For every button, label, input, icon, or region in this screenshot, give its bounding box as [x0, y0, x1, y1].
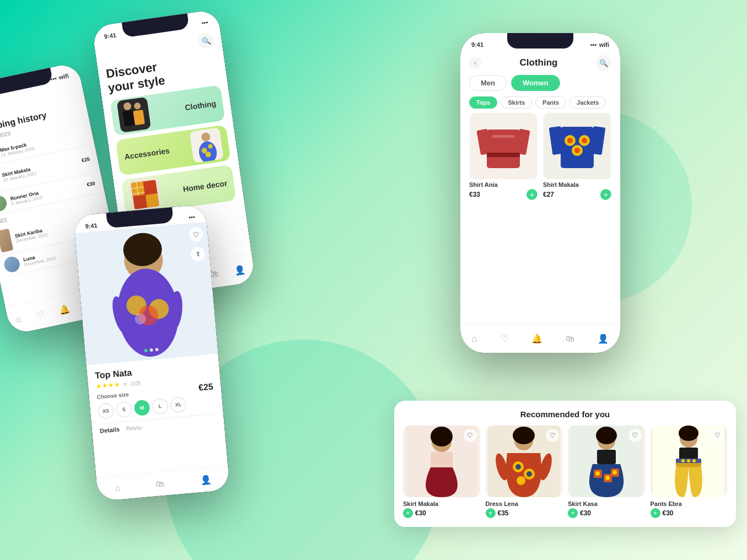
rec-heart-3[interactable]: ♡ — [628, 429, 642, 442]
clothing-page-title: Clothing — [520, 57, 558, 68]
filter-tops[interactable]: Tops — [469, 96, 497, 109]
rec-heart-4[interactable]: ♡ — [711, 429, 724, 442]
product-img-1 — [469, 113, 538, 179]
nav-home-4[interactable]: ⌂ — [472, 334, 477, 344]
nav-user-4[interactable]: 👤 — [598, 333, 609, 344]
nav-bag-3[interactable]: 🛍 — [155, 478, 165, 489]
product-price-1: €33 — [469, 191, 480, 198]
rec-add-1[interactable]: + — [403, 508, 413, 518]
item-price-2: €25 — [81, 156, 90, 163]
product-detail-image: ♡ ⇪ — [75, 222, 218, 365]
svg-rect-14 — [146, 193, 159, 208]
product-name-2: Shirt Makala — [543, 181, 611, 188]
nav-user-2[interactable]: 👤 — [234, 264, 246, 276]
svg-point-60 — [526, 471, 532, 477]
dot-1 — [144, 349, 148, 353]
rec-name-1: Skirt Makala — [403, 500, 480, 507]
svg-point-61 — [513, 427, 535, 444]
svg-rect-66 — [597, 450, 616, 464]
time-4: 9:41 — [471, 41, 483, 48]
rec-item-4[interactable]: ♡ Pants Ebra + €30 — [651, 426, 728, 518]
product-name-1: Shirt Ania — [469, 181, 538, 188]
clothing-image — [117, 97, 152, 133]
status-icons-3: ▪▪▪ — [189, 213, 196, 220]
tab-women[interactable]: Women — [511, 75, 560, 91]
rec-heart-2[interactable]: ♡ — [546, 429, 559, 442]
nav-bell-1[interactable]: 🔔 — [58, 303, 71, 316]
rec-name-4: Pants Ebra — [651, 500, 728, 507]
rec-img-2: ♡ — [486, 426, 563, 497]
nav-heart-4[interactable]: ♡ — [501, 333, 508, 344]
rec-add-2[interactable]: + — [486, 508, 496, 518]
rec-add-3[interactable]: + — [568, 508, 578, 518]
svg-rect-76 — [679, 448, 698, 460]
filter-jackets[interactable]: Jackets — [569, 96, 606, 109]
add-product-1[interactable]: + — [526, 189, 538, 200]
nav-bag-4[interactable]: 🛍 — [566, 334, 574, 344]
svg-point-48 — [582, 138, 587, 143]
svg-point-47 — [567, 138, 573, 143]
size-xl[interactable]: XL — [170, 396, 186, 413]
rec-price-1: €30 — [415, 509, 426, 517]
gender-tabs: Men Women — [460, 73, 620, 95]
rec-price-row-1: + €30 — [403, 508, 480, 518]
product-detail-price: €25 — [198, 382, 213, 393]
product-detail-info: Top Nata ★★★★ ★ (10) Choose size €25 XS … — [87, 353, 225, 438]
rec-add-4[interactable]: + — [651, 508, 660, 518]
category-clothing-label: Clothing — [185, 99, 217, 112]
svg-point-79 — [679, 426, 698, 441]
rec-heart-1[interactable]: ♡ — [464, 429, 477, 442]
rec-price-2: €35 — [498, 509, 509, 517]
rec-price-4: €30 — [663, 509, 674, 517]
category-home-label: Home decor — [182, 179, 228, 193]
nav-home-1[interactable]: ⌂ — [15, 314, 22, 325]
product-price-2: €27 — [543, 191, 554, 198]
search-button-4[interactable]: 🔍 — [596, 55, 611, 71]
svg-point-73 — [596, 427, 617, 444]
avatar-4 — [0, 229, 13, 253]
avatar-2 — [0, 168, 1, 192]
clothing-header: ‹ Clothing 🔍 — [460, 51, 620, 73]
recommended-title: Recommended for you — [403, 410, 727, 419]
time-2: 9:41 — [104, 31, 116, 40]
accessories-image — [190, 127, 224, 163]
size-s[interactable]: S — [116, 401, 132, 418]
svg-point-71 — [605, 476, 610, 480]
star-empty: ★ — [122, 380, 128, 388]
product-card-1[interactable]: Shirt Ania €33 + — [469, 113, 538, 200]
rec-item-1[interactable]: ♡ Skirt Makala + €30 — [403, 426, 480, 518]
tab-details[interactable]: Details — [99, 426, 120, 434]
recommended-card: Recommended for you ♡ Skirt Makala — [394, 401, 736, 527]
rec-price-row-2: + €35 — [486, 508, 563, 518]
nav-bell-4[interactable]: 🔔 — [531, 333, 542, 344]
tab-men[interactable]: Men — [469, 75, 507, 91]
status-icons-2: ▪▪▪ — [201, 19, 208, 26]
wifi-4: wifi — [599, 41, 609, 48]
size-l[interactable]: L — [152, 398, 168, 414]
product-card-2[interactable]: Shirt Makala €27 + — [543, 113, 611, 200]
search-button-2[interactable]: 🔍 — [197, 32, 215, 50]
rec-img-3: ♡ — [568, 426, 645, 497]
svg-rect-38 — [487, 153, 520, 157]
size-m[interactable]: M — [133, 400, 150, 416]
nav-home-3[interactable]: ⌂ — [115, 482, 121, 493]
add-product-2[interactable]: + — [600, 189, 611, 200]
category-accessories-label: Accessories — [124, 146, 170, 161]
recommended-items: ♡ Skirt Makala + €30 — [403, 426, 727, 518]
rec-item-3[interactable]: ♡ Skirt Kasa + €30 — [568, 426, 645, 518]
product-img-2 — [543, 113, 611, 179]
back-button-4[interactable]: ‹ — [469, 57, 481, 69]
nav-heart-1[interactable]: ♡ — [35, 309, 45, 320]
product-price-row-1: €33 + — [469, 189, 538, 200]
nav-user-3[interactable]: 👤 — [200, 474, 212, 486]
size-xs[interactable]: XS — [98, 402, 114, 419]
filter-pants[interactable]: Pants — [535, 96, 566, 109]
svg-point-72 — [612, 470, 617, 475]
rec-img-4: ♡ — [651, 426, 728, 497]
filter-skirts[interactable]: Skirts — [501, 96, 532, 109]
svg-point-83 — [692, 459, 696, 462]
rec-item-2[interactable]: ♡ Dress Lena + €35 — [486, 426, 563, 518]
time-3: 9:41 — [85, 222, 98, 230]
tab-review[interactable]: Reviu — [126, 424, 142, 432]
rec-img-1: ♡ — [403, 426, 480, 497]
